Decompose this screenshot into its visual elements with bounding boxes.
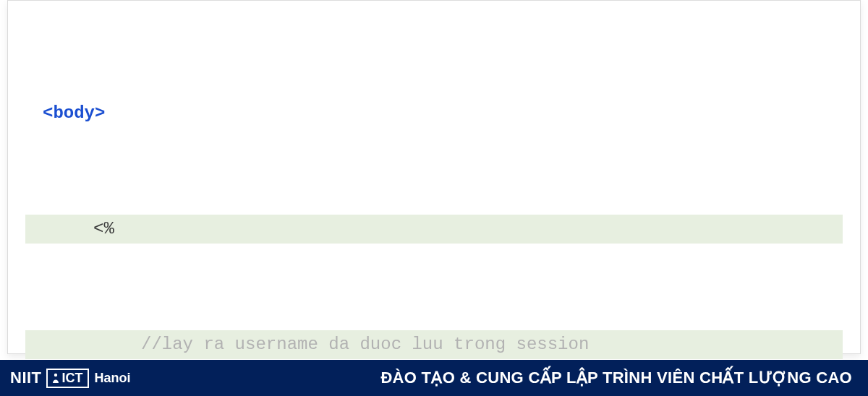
brand-ict: ICT — [62, 371, 83, 386]
footer-tagline: ĐÀO TẠO & CUNG CẤP LẬP TRÌNH VIÊN CHẤT L… — [380, 369, 852, 387]
code-block: <body> <% //lay ra username da duoc luu … — [25, 12, 843, 396]
tag-body: <body> — [43, 103, 105, 123]
brand-logo: NIIT ICT Hanoi — [10, 369, 131, 388]
person-icon — [52, 373, 59, 383]
code-card: <body> <% //lay ra username da duoc luu … — [7, 0, 861, 354]
comment: //lay ra username da duoc luu trong sess… — [141, 335, 589, 354]
code-line: <% — [25, 215, 843, 244]
brand-niit: NIIT — [10, 369, 42, 387]
svg-point-0 — [54, 374, 56, 376]
code-line: <body> — [25, 99, 843, 128]
footer-bar: NIIT ICT Hanoi ĐÀO TẠO & CUNG CẤP LẬP TR… — [0, 360, 868, 396]
brand-city: Hanoi — [95, 371, 131, 386]
code-line: //lay ra username da duoc luu trong sess… — [25, 330, 843, 359]
scriptlet-open: <% — [93, 219, 114, 238]
brand-ict-box: ICT — [46, 369, 89, 388]
